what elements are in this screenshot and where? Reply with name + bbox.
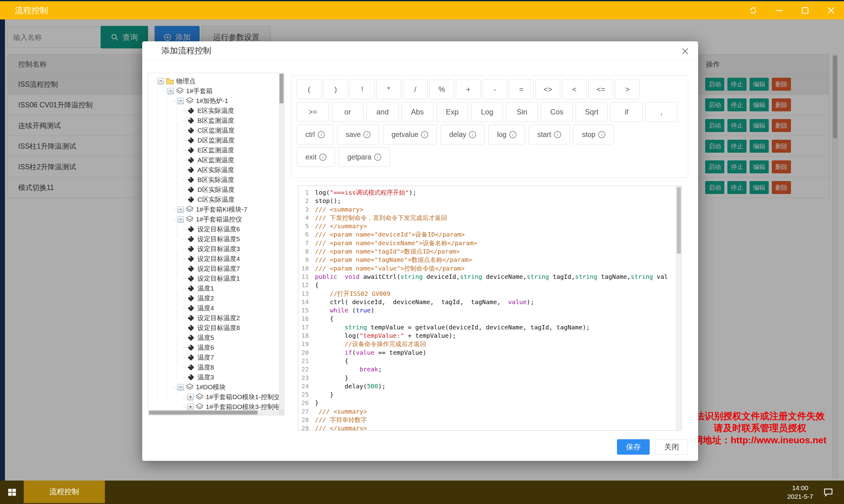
operator-Abs[interactable]: Abs xyxy=(401,102,433,122)
operator-and[interactable]: and xyxy=(366,102,398,122)
operator-or[interactable]: or xyxy=(331,102,364,122)
tree-node-1#手套箱DO模块3-控制电[interactable]: +1#手套箱DO模块3-控制电 xyxy=(148,402,279,410)
chat-bubble-icon[interactable] xyxy=(822,486,834,498)
tree-node-D区监测温度[interactable]: D区监测温度 xyxy=(148,136,279,145)
tree-vertical-scrollbar[interactable] xyxy=(279,73,284,410)
line-number: 2 xyxy=(298,197,312,205)
operator-,[interactable]: , xyxy=(645,102,678,122)
close-button[interactable]: 关闭 xyxy=(655,439,688,455)
operator->[interactable]: > xyxy=(615,79,640,99)
collapse-icon[interactable]: − xyxy=(177,206,184,213)
operator-log[interactable]: logi xyxy=(488,125,525,144)
tree-horizontal-scrollbar[interactable] xyxy=(148,410,279,415)
tree-node-C区监测温度[interactable]: C区监测温度 xyxy=(148,126,279,136)
operator-<=[interactable]: <= xyxy=(589,79,613,99)
tree-node-label: E区监测温度 xyxy=(197,146,234,155)
tree-node-1#手套箱DO模块1-控制交[interactable]: +1#手套箱DO模块1-控制交 xyxy=(148,392,279,402)
operator-%[interactable]: % xyxy=(429,79,454,99)
operator-Exp[interactable]: Exp xyxy=(436,102,468,122)
line-number: 7 xyxy=(298,239,312,247)
tree-node-设定目标温度6[interactable]: 设定目标温度6 xyxy=(148,224,279,234)
script-editor[interactable]: 1log("===iss调试模式程序开始");2stop();3/// <sum… xyxy=(298,186,681,431)
tree-node-1#手套箱KI模块-7[interactable]: −1#手套箱KI模块-7 xyxy=(148,204,279,214)
tree-vscroll-thumb[interactable] xyxy=(280,74,284,103)
tree-node-B区实际温度[interactable]: B区实际温度 xyxy=(148,175,279,185)
tree-node-温度1[interactable]: 温度1 xyxy=(148,284,279,293)
operator-Sqrt[interactable]: Sqrt xyxy=(576,102,608,122)
tree-node-温度7[interactable]: 温度7 xyxy=(148,353,279,362)
tree-node-1#手套箱温控仪[interactable]: −1#手套箱温控仪 xyxy=(148,214,279,224)
modal-close-icon[interactable] xyxy=(679,45,691,57)
expand-icon[interactable]: + xyxy=(187,404,194,410)
tree-node-A区实际温度[interactable]: A区实际温度 xyxy=(148,165,279,175)
tree-node-温度6[interactable]: 温度6 xyxy=(148,343,279,353)
taskbar-app-process-control[interactable]: 流程控制 xyxy=(24,481,105,503)
collapse-icon[interactable]: − xyxy=(177,98,184,104)
tree-node-温度3[interactable]: 温度3 xyxy=(148,372,279,382)
tree-node-温度5[interactable]: 温度5 xyxy=(148,333,279,343)
tree-node-1#手套箱[interactable]: −1#手套箱 xyxy=(148,86,279,96)
collapse-icon[interactable]: − xyxy=(177,216,184,223)
tree-node-设定目标温度1[interactable]: 设定目标温度1 xyxy=(148,274,279,284)
operator-([interactable]: ( xyxy=(297,79,321,99)
refresh-icon[interactable] xyxy=(740,1,766,19)
operator-if[interactable]: if xyxy=(610,102,643,122)
tree-node-温度8[interactable]: 温度8 xyxy=(148,362,279,372)
tree-node-温度2[interactable]: 温度2 xyxy=(148,293,279,303)
tree-node-设定目标温度5[interactable]: 设定目标温度5 xyxy=(148,234,279,244)
operator-*[interactable]: * xyxy=(376,79,401,99)
start-button[interactable] xyxy=(0,481,24,504)
tree-node-设定目标温度7[interactable]: 设定目标温度7 xyxy=(148,264,279,274)
tree-hscroll-thumb[interactable] xyxy=(149,411,257,415)
operator-save[interactable]: savei xyxy=(337,125,379,144)
operator--[interactable]: - xyxy=(483,79,507,99)
tree-node-label: A区监测温度 xyxy=(197,156,234,164)
tree-node-C区实际温度[interactable]: C区实际温度 xyxy=(148,195,279,204)
tree-node-A区监测温度[interactable]: A区监测温度 xyxy=(148,155,279,165)
collapse-icon[interactable]: − xyxy=(167,88,174,94)
operator->=[interactable]: >= xyxy=(297,102,329,122)
operator-Sin[interactable]: Sin xyxy=(506,102,538,122)
save-button[interactable]: 保存 xyxy=(617,439,650,455)
operator-getvalue[interactable]: getvaluei xyxy=(383,125,437,144)
operator-getpara[interactable]: getparai xyxy=(339,147,390,167)
operator-Cos[interactable]: Cos xyxy=(541,102,573,122)
operator-)[interactable]: ) xyxy=(323,79,348,99)
editor-scrollbar[interactable] xyxy=(676,186,681,430)
operator-label: Abs xyxy=(411,108,424,116)
tree-node-物理点[interactable]: −物理点 xyxy=(148,76,279,86)
minimize-icon[interactable] xyxy=(766,1,792,19)
operator-delay[interactable]: delayi xyxy=(441,125,485,144)
collapse-icon[interactable]: − xyxy=(177,384,184,391)
tree-node-B区监测温度[interactable]: B区监测温度 xyxy=(148,116,279,126)
operator-+[interactable]: + xyxy=(456,79,481,99)
close-window-icon[interactable] xyxy=(818,1,844,19)
tree-node-E区实际温度[interactable]: E区实际温度 xyxy=(148,106,279,116)
operator-/[interactable]: / xyxy=(403,79,428,99)
operator-=[interactable]: = xyxy=(509,79,534,99)
editor-scrollbar-thumb[interactable] xyxy=(677,187,681,254)
operator-<[interactable]: < xyxy=(562,79,587,99)
operator-Log[interactable]: Log xyxy=(471,102,503,122)
tree-node-设定目标温度8[interactable]: 设定目标温度8 xyxy=(148,323,279,333)
tree-node-温度4[interactable]: 温度4 xyxy=(148,303,279,313)
tree-node-E区监测温度[interactable]: E区监测温度 xyxy=(148,145,279,155)
taskbar-clock[interactable]: 14:00 2021-5-7 xyxy=(787,484,813,501)
tree-node-D区实际温度[interactable]: D区实际温度 xyxy=(148,185,279,195)
tree-node-设定目标温度4[interactable]: 设定目标温度4 xyxy=(148,254,279,264)
operator-<>[interactable]: <> xyxy=(536,79,560,99)
tag-icon xyxy=(187,294,195,302)
operator-exit[interactable]: exiti xyxy=(297,147,335,167)
tree-node-设定目标温度2[interactable]: 设定目标温度2 xyxy=(148,313,279,323)
tree-node-1#DO模块[interactable]: −1#DO模块 xyxy=(148,382,279,392)
expand-icon[interactable]: + xyxy=(187,394,194,400)
collapse-icon[interactable]: − xyxy=(158,78,164,85)
operator-stop[interactable]: stopi xyxy=(573,125,614,144)
tree-node-1#加热炉-1[interactable]: −1#加热炉-1 xyxy=(148,96,279,106)
operator-start[interactable]: starti xyxy=(529,125,570,144)
tree-node-设定目标温度3[interactable]: 设定目标温度3 xyxy=(148,244,279,254)
operator-![interactable]: ! xyxy=(350,79,375,99)
operator-ctrl[interactable]: ctrli xyxy=(297,125,334,144)
maximize-icon[interactable] xyxy=(792,1,818,19)
titlebar: 流程控制 xyxy=(0,1,844,19)
